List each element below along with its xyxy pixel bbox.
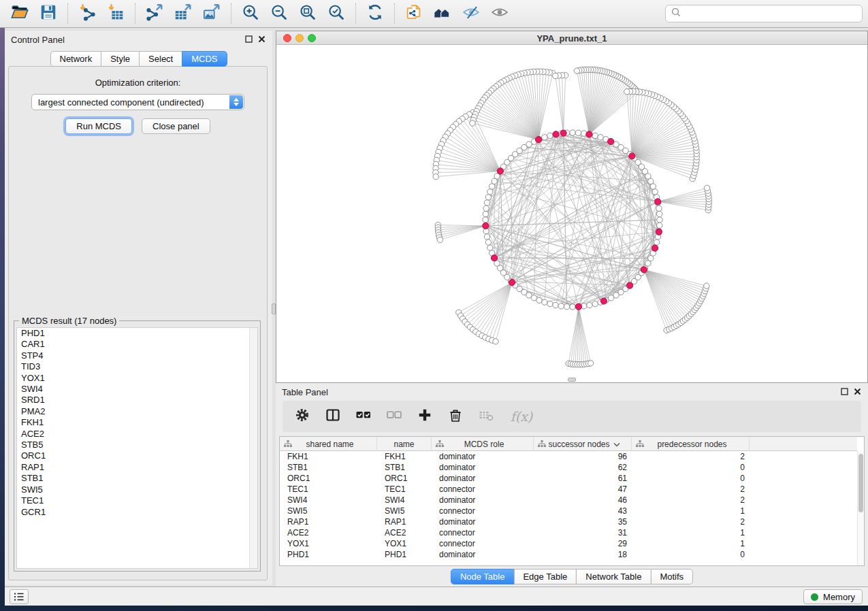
criterion-dropdown[interactable]: largest connected component (undirected): [31, 94, 244, 110]
cell-predecessor-nodes[interactable]: 0: [632, 462, 750, 473]
tab-network[interactable]: Network: [50, 51, 101, 67]
select-all-columns-button[interactable]: [355, 408, 372, 425]
cell-shared-name[interactable]: SWI4: [280, 495, 377, 506]
clone-network-button[interactable]: [400, 2, 428, 25]
cell-predecessor-nodes[interactable]: 1: [632, 538, 750, 549]
cell-MCDS-role[interactable]: dominator: [432, 473, 534, 484]
tab-motifs[interactable]: Motifs: [650, 569, 693, 584]
zoom-in-button[interactable]: [236, 2, 265, 25]
cell-MCDS-role[interactable]: dominator: [432, 495, 534, 506]
cell-name[interactable]: SWI5: [377, 506, 432, 516]
cell-name[interactable]: RAP1: [377, 516, 432, 527]
table-row[interactable]: SWI5SWI5connector431: [280, 506, 857, 516]
cell-predecessor-nodes[interactable]: 0: [632, 473, 750, 484]
refresh-layout-button[interactable]: [361, 2, 389, 25]
show-all-button[interactable]: [485, 2, 514, 25]
table-row[interactable]: TEC1TEC1connector472: [280, 484, 857, 495]
cell-predecessor-nodes[interactable]: 1: [632, 527, 750, 538]
network-window-titlebar[interactable]: YPA_prune.txt_1: [276, 31, 867, 45]
tab-style[interactable]: Style: [101, 51, 140, 67]
cell-predecessor-nodes[interactable]: 2: [632, 495, 750, 506]
table-row[interactable]: ORC1ORC1dominator610: [280, 473, 857, 484]
float-panel-icon[interactable]: [244, 35, 253, 44]
mcds-result-item[interactable]: SWI5: [17, 484, 257, 495]
cell-MCDS-role[interactable]: dominator: [432, 451, 534, 462]
tab-node-table[interactable]: Node Table: [451, 569, 515, 584]
mcds-result-item[interactable]: STP4: [17, 350, 257, 361]
cell-name[interactable]: YOX1: [377, 538, 432, 549]
mcds-list-scrollbar[interactable]: [249, 328, 257, 568]
table-row[interactable]: STB1STB1dominator620: [280, 462, 857, 473]
cell-MCDS-role[interactable]: connector: [432, 527, 534, 538]
column-header-shared-name[interactable]: shared name: [280, 437, 377, 451]
mcds-result-item[interactable]: GCR1: [17, 507, 257, 518]
table-row[interactable]: PHD1PHD1dominator180: [280, 549, 857, 560]
table-scrollbar[interactable]: [857, 451, 864, 565]
cell-shared-name[interactable]: SWI5: [280, 506, 377, 516]
memory-button[interactable]: Memory: [803, 589, 863, 604]
cell-name[interactable]: SWI4: [377, 495, 432, 506]
mcds-result-item[interactable]: TID3: [17, 361, 257, 372]
close-panel-icon[interactable]: [257, 35, 266, 44]
cell-name[interactable]: FKH1: [377, 451, 432, 462]
cell-MCDS-role[interactable]: connector: [432, 506, 534, 516]
mcds-result-item[interactable]: SWI4: [17, 384, 257, 395]
cell-predecessor-nodes[interactable]: 1: [632, 506, 750, 516]
column-header-successor-nodes[interactable]: successor nodes: [534, 437, 632, 451]
zoom-out-button[interactable]: [265, 2, 293, 25]
table-row[interactable]: RAP1RAP1dominator352: [280, 516, 857, 527]
cell-successor-nodes[interactable]: 43: [534, 506, 632, 516]
cell-shared-name[interactable]: PHD1: [280, 549, 377, 560]
tab-edge-table[interactable]: Edge Table: [513, 569, 577, 584]
network-graph[interactable]: [276, 45, 867, 382]
import-table-button[interactable]: [101, 2, 130, 25]
tab-select[interactable]: Select: [139, 51, 182, 67]
mcds-result-item[interactable]: ACE2: [17, 429, 257, 440]
cell-successor-nodes[interactable]: 31: [534, 527, 632, 538]
cell-predecessor-nodes[interactable]: 0: [632, 549, 750, 560]
cell-shared-name[interactable]: RAP1: [280, 516, 377, 527]
run-mcds-button[interactable]: Run MCDS: [65, 118, 132, 134]
cell-successor-nodes[interactable]: 47: [534, 484, 632, 495]
horizontal-splitter-grip[interactable]: [568, 378, 576, 382]
search-input[interactable]: [685, 9, 856, 19]
close-panel-button[interactable]: Close panel: [142, 118, 210, 134]
cell-name[interactable]: ACE2: [377, 527, 432, 538]
mcds-result-item[interactable]: STB5: [17, 440, 257, 450]
cell-shared-name[interactable]: STB1: [280, 462, 377, 473]
cell-name[interactable]: TEC1: [377, 484, 432, 495]
task-history-button[interactable]: [10, 589, 29, 604]
cell-MCDS-role[interactable]: dominator: [432, 549, 534, 560]
split-view-button[interactable]: [324, 408, 342, 425]
mcds-result-item[interactable]: ORC1: [17, 450, 257, 461]
column-header-name[interactable]: name: [377, 437, 432, 451]
float-table-panel-icon[interactable]: [840, 387, 849, 396]
mcds-result-item[interactable]: FKH1: [17, 417, 257, 428]
cell-predecessor-nodes[interactable]: 2: [632, 516, 750, 527]
cell-name[interactable]: PHD1: [377, 549, 432, 560]
mcds-result-item[interactable]: RAP1: [17, 462, 257, 473]
cell-shared-name[interactable]: YOX1: [280, 538, 377, 549]
column-header-MCDS-role[interactable]: MCDS role: [432, 437, 534, 451]
mcds-result-item[interactable]: PHD1: [17, 328, 257, 339]
network-canvas[interactable]: [276, 45, 867, 382]
cell-successor-nodes[interactable]: 96: [534, 451, 632, 462]
table-row[interactable]: YOX1YOX1connector291: [280, 538, 857, 549]
cell-shared-name[interactable]: ACE2: [280, 527, 377, 538]
cell-name[interactable]: STB1: [377, 462, 432, 473]
cell-successor-nodes[interactable]: 18: [534, 549, 632, 560]
mcds-result-item[interactable]: STB1: [17, 473, 257, 484]
vertical-splitter-grip[interactable]: [272, 303, 276, 314]
cell-successor-nodes[interactable]: 62: [534, 462, 632, 473]
add-column-button[interactable]: [416, 408, 434, 425]
cell-MCDS-role[interactable]: connector: [432, 538, 534, 549]
mcds-result-item[interactable]: PMA2: [17, 406, 257, 417]
cell-MCDS-role[interactable]: dominator: [432, 462, 534, 473]
cell-successor-nodes[interactable]: 61: [534, 473, 632, 484]
export-image-button[interactable]: [197, 2, 226, 25]
mcds-result-item[interactable]: TEC1: [17, 495, 257, 506]
table-row[interactable]: ACE2ACE2connector311: [280, 527, 857, 538]
cell-predecessor-nodes[interactable]: 2: [632, 484, 750, 495]
cell-predecessor-nodes[interactable]: 2: [632, 451, 750, 462]
save-session-button[interactable]: [34, 2, 63, 25]
